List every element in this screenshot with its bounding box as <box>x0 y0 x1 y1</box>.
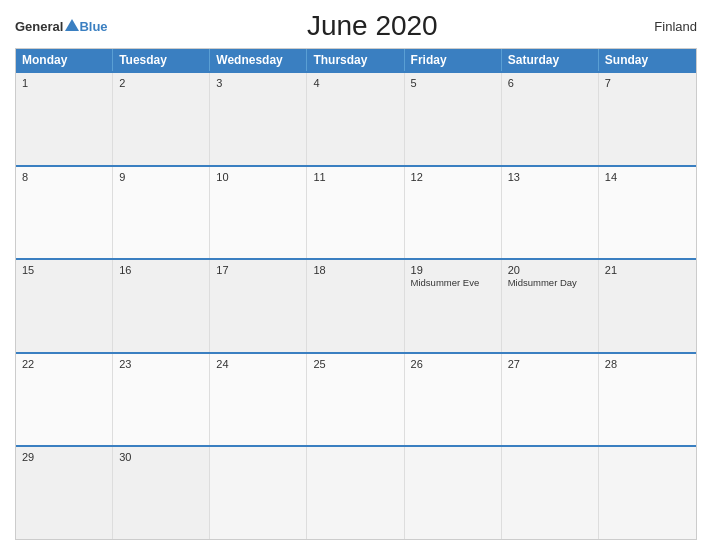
day-number: 2 <box>119 77 203 89</box>
day-number: 26 <box>411 358 495 370</box>
day-number: 19 <box>411 264 495 276</box>
day-cell <box>599 447 696 539</box>
header-tuesday: Tuesday <box>113 49 210 71</box>
day-number: 11 <box>313 171 397 183</box>
day-cell: 8 <box>16 167 113 259</box>
day-cell: 20Midsummer Day <box>502 260 599 352</box>
day-cell: 7 <box>599 73 696 165</box>
day-number: 10 <box>216 171 300 183</box>
header-wednesday: Wednesday <box>210 49 307 71</box>
day-cell: 27 <box>502 354 599 446</box>
weeks: 12345678910111213141516171819Midsummer E… <box>16 71 696 539</box>
day-cell: 21 <box>599 260 696 352</box>
day-cell: 10 <box>210 167 307 259</box>
header: General Blue June 2020 Finland <box>15 10 697 42</box>
month-title: June 2020 <box>108 10 637 42</box>
day-number: 27 <box>508 358 592 370</box>
day-cell: 1 <box>16 73 113 165</box>
header-monday: Monday <box>16 49 113 71</box>
day-cell: 14 <box>599 167 696 259</box>
header-friday: Friday <box>405 49 502 71</box>
day-cell: 24 <box>210 354 307 446</box>
day-number: 20 <box>508 264 592 276</box>
day-cell: 4 <box>307 73 404 165</box>
day-cell: 22 <box>16 354 113 446</box>
country-label: Finland <box>637 19 697 34</box>
week-row: 2930 <box>16 445 696 539</box>
day-cell <box>405 447 502 539</box>
week-row: 22232425262728 <box>16 352 696 446</box>
logo-general-text: General <box>15 20 63 33</box>
week-row: 1516171819Midsummer Eve20Midsummer Day21 <box>16 258 696 352</box>
day-cell: 13 <box>502 167 599 259</box>
day-cell: 26 <box>405 354 502 446</box>
day-cell: 18 <box>307 260 404 352</box>
day-cell: 2 <box>113 73 210 165</box>
day-number: 15 <box>22 264 106 276</box>
day-number: 18 <box>313 264 397 276</box>
day-cell: 12 <box>405 167 502 259</box>
day-number: 24 <box>216 358 300 370</box>
week-row: 1234567 <box>16 71 696 165</box>
day-number: 4 <box>313 77 397 89</box>
day-number: 25 <box>313 358 397 370</box>
day-cell: 11 <box>307 167 404 259</box>
day-cell: 9 <box>113 167 210 259</box>
day-cell: 15 <box>16 260 113 352</box>
day-number: 12 <box>411 171 495 183</box>
logo-blue-text: Blue <box>79 19 107 34</box>
day-cell: 29 <box>16 447 113 539</box>
page: General Blue June 2020 Finland Monday Tu… <box>0 0 712 550</box>
day-number: 1 <box>22 77 106 89</box>
day-number: 6 <box>508 77 592 89</box>
day-number: 7 <box>605 77 690 89</box>
day-number: 8 <box>22 171 106 183</box>
day-cell: 28 <box>599 354 696 446</box>
day-number: 14 <box>605 171 690 183</box>
day-cell: 3 <box>210 73 307 165</box>
calendar: Monday Tuesday Wednesday Thursday Friday… <box>15 48 697 540</box>
header-thursday: Thursday <box>307 49 404 71</box>
day-number: 22 <box>22 358 106 370</box>
day-headers: Monday Tuesday Wednesday Thursday Friday… <box>16 49 696 71</box>
day-number: 13 <box>508 171 592 183</box>
day-cell: 25 <box>307 354 404 446</box>
logo: General Blue <box>15 19 108 33</box>
day-cell: 30 <box>113 447 210 539</box>
logo-triangle-icon <box>65 19 79 31</box>
day-number: 17 <box>216 264 300 276</box>
header-sunday: Sunday <box>599 49 696 71</box>
header-saturday: Saturday <box>502 49 599 71</box>
day-cell: 23 <box>113 354 210 446</box>
day-number: 16 <box>119 264 203 276</box>
day-number: 21 <box>605 264 690 276</box>
day-cell <box>210 447 307 539</box>
day-event: Midsummer Day <box>508 277 577 288</box>
day-number: 28 <box>605 358 690 370</box>
day-cell: 17 <box>210 260 307 352</box>
week-row: 891011121314 <box>16 165 696 259</box>
day-number: 30 <box>119 451 203 463</box>
day-cell <box>502 447 599 539</box>
day-number: 23 <box>119 358 203 370</box>
day-cell: 16 <box>113 260 210 352</box>
day-cell: 5 <box>405 73 502 165</box>
day-number: 5 <box>411 77 495 89</box>
day-number: 9 <box>119 171 203 183</box>
day-cell: 6 <box>502 73 599 165</box>
day-number: 29 <box>22 451 106 463</box>
day-cell <box>307 447 404 539</box>
day-event: Midsummer Eve <box>411 277 480 288</box>
day-number: 3 <box>216 77 300 89</box>
day-cell: 19Midsummer Eve <box>405 260 502 352</box>
